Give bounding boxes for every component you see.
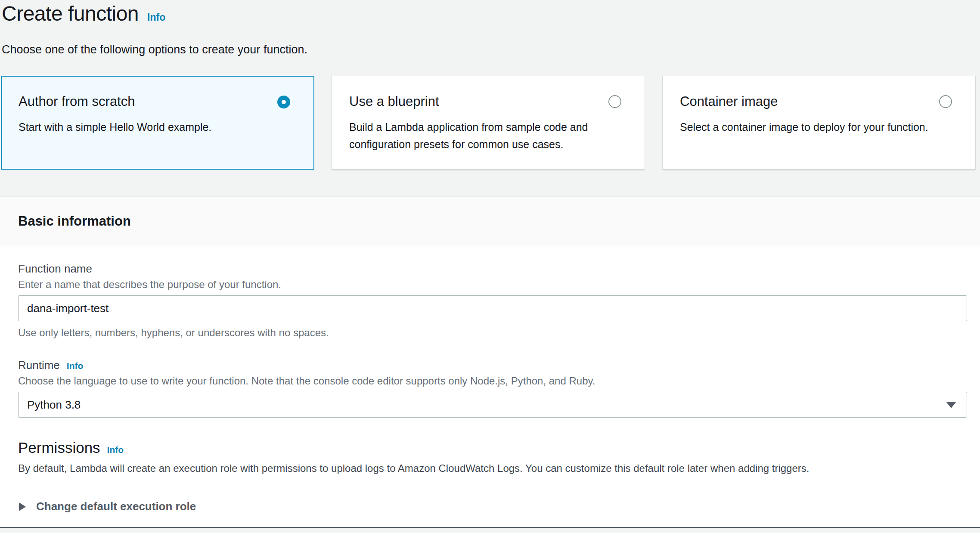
panel-body: Function name Enter a name that describe… [0, 246, 980, 486]
basic-information-panel: Basic information Function name Enter a … [0, 196, 980, 528]
radio-author-from-scratch[interactable] [277, 96, 290, 108]
function-name-field-group: Function name Enter a name that describe… [18, 261, 967, 339]
change-default-execution-role-expander[interactable]: Change default execution role [0, 486, 980, 527]
dropdown-arrow-icon [946, 402, 956, 408]
permissions-title: Permissions [18, 438, 100, 457]
card-author-from-scratch[interactable]: Author from scratch Start with a simple … [1, 76, 314, 170]
runtime-label: Runtime [18, 357, 60, 373]
function-name-input[interactable] [18, 295, 967, 321]
runtime-field-group: Runtime Info Choose the language to use … [18, 357, 967, 418]
card-title: Author from scratch [19, 93, 258, 110]
page-title: Create function [2, 2, 139, 26]
page-subtitle: Choose one of the following options to c… [2, 42, 980, 57]
radio-container-image[interactable] [939, 95, 952, 108]
runtime-selected-value: Python 3.8 [27, 398, 81, 412]
card-description: Start with a simple Hello World example. [19, 118, 297, 136]
panel-header: Basic information [0, 196, 980, 246]
card-title: Use a blueprint [349, 93, 589, 110]
caret-right-icon [19, 502, 26, 511]
panel-title: Basic information [18, 214, 131, 229]
permissions-info-link[interactable]: Info [107, 445, 124, 455]
permissions-section: Permissions Info By default, Lambda will… [18, 438, 967, 475]
runtime-select[interactable]: Python 3.8 [18, 392, 967, 418]
card-title: Container image [680, 93, 919, 110]
card-use-a-blueprint[interactable]: Use a blueprint Build a Lambda applicati… [332, 76, 645, 170]
page-title-info-link[interactable]: Info [147, 12, 165, 23]
card-description: Select a container image to deploy for y… [680, 118, 958, 136]
runtime-description: Choose the language to use to write your… [18, 375, 967, 387]
function-name-hint: Use only letters, numbers, hyphens, or u… [18, 326, 967, 339]
page-header: Create function Info Choose one of the f… [0, 0, 980, 57]
function-name-label: Function name [18, 261, 92, 276]
card-container-image[interactable]: Container image Select a container image… [662, 76, 976, 170]
title-row: Create function Info [2, 2, 980, 26]
expander-label: Change default execution role [36, 500, 196, 513]
radio-use-a-blueprint[interactable] [608, 95, 621, 108]
function-name-description: Enter a name that describes the purpose … [18, 278, 967, 291]
card-description: Build a Lambda application from sample c… [349, 118, 627, 153]
creation-option-cards: Author from scratch Start with a simple … [0, 76, 980, 170]
runtime-info-link[interactable]: Info [67, 361, 83, 371]
permissions-description: By default, Lambda will create an execut… [18, 462, 967, 475]
